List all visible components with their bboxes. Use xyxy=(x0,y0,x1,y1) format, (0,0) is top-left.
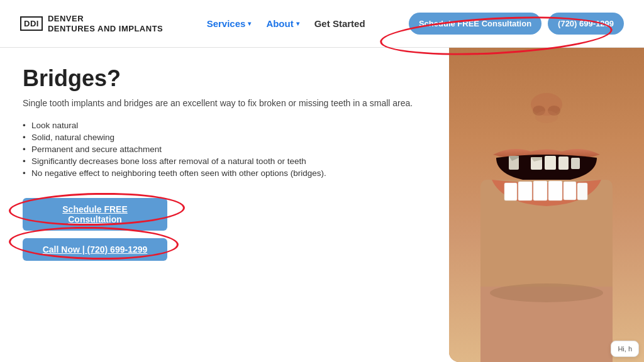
nav-item-about[interactable]: About ▾ xyxy=(266,18,299,29)
logo-area: DDI DENVER DENTURES AND IMPLANTS xyxy=(20,14,163,33)
cta-section: Schedule FREE Consultation Call Now | (7… xyxy=(23,198,186,261)
about-label: About xyxy=(266,18,293,29)
logo-line1: DENVER xyxy=(48,14,163,24)
svg-rect-8 xyxy=(545,156,556,170)
nav-item-services[interactable]: Services ▾ xyxy=(207,18,252,29)
face-image xyxy=(449,48,644,362)
svg-rect-9 xyxy=(558,156,569,170)
main-content: Bridges? Single tooth implants and bridg… xyxy=(0,48,644,362)
svg-rect-13 xyxy=(518,182,532,200)
header-phone-button[interactable]: (720) 699-1299 xyxy=(548,13,624,35)
header-nav-buttons: Schedule FREE Consultation (720) 699-129… xyxy=(409,13,624,35)
svg-point-19 xyxy=(490,283,603,302)
feature-list: Look natural Solid, natural chewing Perm… xyxy=(23,119,426,179)
get-started-label: Get Started xyxy=(314,18,365,29)
logo-text: DENVER DENTURES AND IMPLANTS xyxy=(48,14,163,33)
content-call-button[interactable]: Call Now | (720) 699-1299 xyxy=(23,238,167,261)
left-panel: Bridges? Single tooth implants and bridg… xyxy=(0,48,449,362)
about-chevron-icon: ▾ xyxy=(296,20,299,27)
page-wrapper: DDI DENVER DENTURES AND IMPLANTS Service… xyxy=(0,0,644,362)
svg-rect-14 xyxy=(533,181,547,200)
svg-rect-17 xyxy=(577,183,587,200)
svg-rect-16 xyxy=(564,182,576,200)
svg-point-5 xyxy=(535,111,558,123)
svg-rect-15 xyxy=(548,181,562,200)
right-panel: Hi, h xyxy=(449,48,644,362)
list-item: Solid, natural chewing xyxy=(23,131,426,143)
page-title: Bridges? xyxy=(23,65,426,92)
list-item: Significantly decreases bone loss after … xyxy=(23,155,426,167)
chat-bubble[interactable]: Hi, h xyxy=(611,341,639,357)
list-item: Look natural xyxy=(23,119,426,131)
list-item: Permanent and secure attachment xyxy=(23,143,426,155)
nav-item-get-started[interactable]: Get Started xyxy=(314,18,365,29)
header-schedule-button[interactable]: Schedule FREE Consultation xyxy=(409,13,541,35)
list-item: No negative effect to neighboring teeth … xyxy=(23,167,426,179)
services-chevron-icon: ▾ xyxy=(248,20,251,27)
logo-line2: DENTURES AND IMPLANTS xyxy=(48,24,163,34)
header: DDI DENVER DENTURES AND IMPLANTS Service… xyxy=(0,0,644,48)
page-subtitle: Single tooth implants and bridges are an… xyxy=(23,98,426,108)
svg-rect-12 xyxy=(504,183,517,200)
main-nav: Services ▾ About ▾ Get Started xyxy=(207,18,365,29)
svg-rect-10 xyxy=(571,158,580,169)
content-schedule-button[interactable]: Schedule FREE Consultation xyxy=(23,198,167,231)
services-label: Services xyxy=(207,18,246,29)
logo-abbreviation: DDI xyxy=(20,16,43,31)
chat-label: Hi, h xyxy=(618,345,632,353)
